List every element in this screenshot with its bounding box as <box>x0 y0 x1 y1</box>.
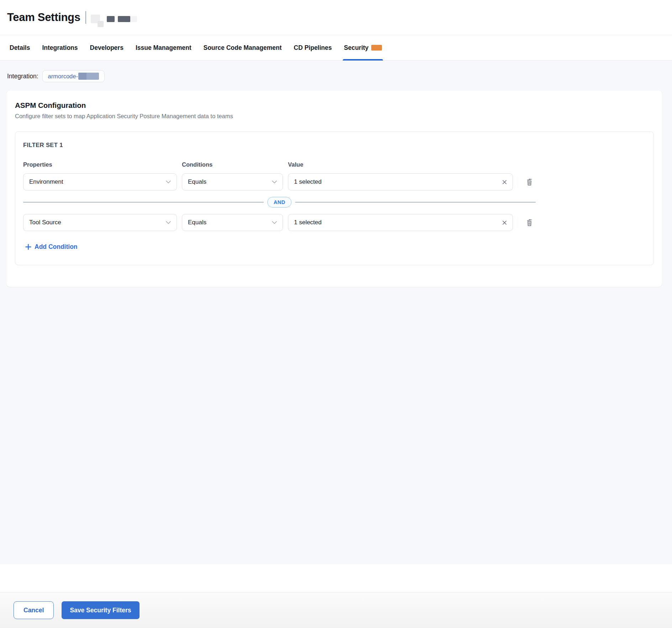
property-select[interactable]: Tool Source <box>23 214 177 231</box>
integration-label: Integration: <box>7 73 38 80</box>
and-separator: AND <box>23 197 536 208</box>
aspm-title: ASPM Configuration <box>15 101 654 110</box>
clear-value-button[interactable] <box>502 220 507 225</box>
redacted-block <box>98 21 104 27</box>
x-icon <box>502 180 507 184</box>
page-header: Team Settings <box>0 0 672 35</box>
add-condition-button[interactable]: Add Condition <box>25 243 78 251</box>
redacted-team-name <box>91 14 137 22</box>
tab-integrations[interactable]: Integrations <box>42 35 78 60</box>
security-tab-panel: Integration: armorcode- ASPM Configurati… <box>0 61 672 564</box>
save-security-filters-button[interactable]: Save Security Filters <box>62 601 139 619</box>
condition-select[interactable]: Equals <box>182 173 283 190</box>
tab-source-code-management[interactable]: Source Code Management <box>203 35 282 60</box>
integration-chip[interactable]: armorcode- <box>42 70 105 82</box>
redacted-count-badge <box>371 45 382 51</box>
delete-condition-button[interactable] <box>524 176 535 188</box>
aspm-subtitle: Configure filter sets to map Application… <box>15 113 654 120</box>
chevron-down-icon <box>166 180 171 183</box>
value-selected-count: 1 selected <box>294 178 322 185</box>
divider-line <box>295 202 536 203</box>
property-select-value: Environment <box>29 178 63 185</box>
condition-select-value: Equals <box>188 178 206 185</box>
value-selected-count: 1 selected <box>294 219 322 226</box>
content-bottom-spacer <box>0 564 672 592</box>
clear-value-button[interactable] <box>502 180 507 184</box>
page-title: Team Settings <box>7 11 80 24</box>
divider-line <box>23 202 264 203</box>
chevron-down-icon <box>272 180 277 183</box>
cancel-button[interactable]: Cancel <box>14 601 54 619</box>
delete-condition-button[interactable] <box>524 216 535 229</box>
redacted-block <box>107 16 115 22</box>
tab-issue-management[interactable]: Issue Management <box>136 35 191 60</box>
filter-set-title: FILTER SET 1 <box>23 142 646 148</box>
title-separator <box>85 11 86 24</box>
x-icon <box>502 220 507 225</box>
column-header-conditions: Conditions <box>182 161 283 173</box>
property-select[interactable]: Environment <box>23 173 177 190</box>
tab-cd-pipelines[interactable]: CD Pipelines <box>294 35 332 60</box>
condition-select[interactable]: Equals <box>182 214 283 231</box>
filter-row: Environment Equals 1 selected <box>23 173 646 190</box>
column-header-properties: Properties <box>23 161 177 173</box>
condition-select-value: Equals <box>188 219 206 226</box>
redacted-block <box>78 73 99 80</box>
chevron-down-icon <box>166 221 171 224</box>
tab-details[interactable]: Details <box>10 35 30 60</box>
column-header-value: Value <box>288 161 513 173</box>
tab-bar: Details Integrations Developers Issue Ma… <box>0 35 672 61</box>
integration-chip-text: armorcode- <box>48 73 78 80</box>
add-condition-label: Add Condition <box>35 243 78 251</box>
redacted-block <box>131 16 137 22</box>
aspm-configuration-card: ASPM Configuration Configure filter sets… <box>6 90 662 287</box>
tab-developers[interactable]: Developers <box>90 35 124 60</box>
action-bar: Cancel Save Security Filters <box>0 592 672 628</box>
value-multiselect[interactable]: 1 selected <box>288 173 513 190</box>
filter-set-1: FILTER SET 1 Properties Conditions Value… <box>15 131 654 265</box>
trash-icon <box>526 178 533 186</box>
integration-row: Integration: armorcode- <box>7 70 666 83</box>
filter-row: Tool Source Equals 1 selected <box>23 214 646 231</box>
plus-icon <box>25 244 31 250</box>
trash-icon <box>526 219 533 227</box>
redacted-block <box>118 16 130 22</box>
property-select-value: Tool Source <box>29 219 61 226</box>
value-multiselect[interactable]: 1 selected <box>288 214 513 231</box>
filter-column-headers: Properties Conditions Value <box>23 161 646 173</box>
tab-security[interactable]: Security <box>344 35 382 60</box>
and-operator-pill: AND <box>267 197 292 208</box>
chevron-down-icon <box>272 221 277 224</box>
